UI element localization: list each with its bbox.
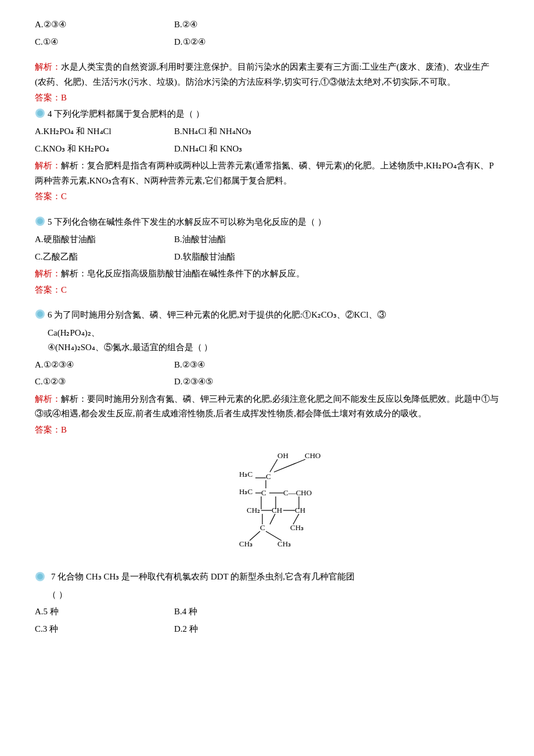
svg-text:CH₃: CH₃ (239, 539, 252, 548)
q6-jiexi-content: 解析：要同时施用分别含有氮、磷、钾三种元素的化肥,必须注意化肥之间不能发生反应以… (35, 394, 499, 419)
svg-text:OH: OH (277, 451, 288, 460)
q6-title-row: 6 为了同时施用分别含氮、磷、钾三种元素的化肥,对于提供的化肥:①K₂CO₃、②… (35, 308, 499, 323)
jiexi-label-1: 解析： (35, 62, 61, 71)
svg-text:CH: CH (295, 506, 305, 514)
q4-choice-c: C.KNO₃ 和 KH₂PO₄ (35, 142, 128, 157)
svg-point-5 (37, 311, 43, 317)
q6-daan: 答案：B (35, 423, 499, 438)
svg-point-3 (37, 218, 43, 224)
q6-icon (35, 309, 45, 319)
q7-choice-d: D.2 种 (174, 622, 267, 637)
q7-choices-row1: A.5 种 B.4 种 (35, 604, 499, 620)
svg-line-30 (270, 514, 275, 524)
q6-title-part3: ④(NH₄)₂SO₄、⑤氮水,最适宜的组合是（ ） (48, 340, 499, 355)
svg-line-34 (250, 531, 260, 541)
q4-choice-b: B.NH₄Cl 和 NH₄NO₃ (174, 124, 267, 139)
q4-choice-d: D.NH₄Cl 和 KNO₃ (174, 142, 267, 157)
q6-choices-row2: C.①②③ D.②③④⑤ (35, 375, 499, 390)
top-answer-choices: A.②③④ B.②④ C.①④ D.①②④ (35, 17, 499, 49)
svg-text:CHO: CHO (305, 451, 320, 460)
q7-icon (35, 571, 45, 582)
q5-choice-c: C.乙酸乙酯 (35, 250, 128, 265)
q5-choices-row2: C.乙酸乙酯 D.软脂酸甘油酯 (35, 250, 499, 265)
choice-d124: D.①②④ (174, 35, 267, 50)
choice-a23: A.②③④ (35, 17, 128, 33)
q5-daan: 答案：C (35, 283, 499, 298)
q7-subtitle: （ ） (48, 588, 499, 603)
q5-jiexi-content: 解析：皂化反应指高级脂肪酸甘油酯在碱性条件下的水解反应。 (61, 269, 305, 278)
q4-title: 4 下列化学肥料都属于复合肥料的是（ ） (48, 107, 499, 122)
q5-jiexi: 解析：解析：皂化反应指高级脂肪酸甘油酯在碱性条件下的水解反应。 (35, 267, 499, 282)
q7-choice-b: B.4 种 (174, 604, 267, 620)
q4-jiexi-label: 解析： (35, 161, 61, 170)
molecule-svg: OH CHO H₃C C H₃C C C—CHO CH₂ CH CH C (192, 448, 342, 564)
choice-c14: C.①④ (35, 35, 128, 50)
q6-title-part2: Ca(H₂PO₄)₂、 (48, 326, 499, 341)
q4-choices-row1: A.KH₂PO₄ 和 NH₄Cl B.NH₄Cl 和 NH₄NO₃ (35, 124, 499, 139)
svg-point-37 (37, 574, 43, 579)
q5-choice-d: D.软脂酸甘油酯 (174, 250, 267, 265)
svg-text:C: C (261, 488, 266, 497)
question-7: 7 化合物 CH₃ CH₃ 是一种取代有机氯农药 DDT 的新型杀虫剂,它含有几… (35, 570, 499, 636)
q7-choice-a: A.5 种 (35, 604, 128, 620)
q5-title-row: 5 下列化合物在碱性条件下发生的水解反应不可以称为皂化反应的是（ ） (35, 215, 499, 230)
q7-title-row: 7 化合物 CH₃ CH₃ 是一种取代有机氯农药 DDT 的新型杀虫剂,它含有几… (35, 570, 499, 585)
q6-daan-text: 答案：B (35, 425, 67, 434)
jiexi-1: 解析：水是人类宝贵的自然资源,利用时要注意保护。目前污染水的因素主要有三方面:工… (35, 60, 499, 89)
q6-jiexi: 解析：解析：要同时施用分别含有氮、磷、钾三种元素的化肥,必须注意化肥之间不能发生… (35, 392, 499, 422)
q6-choices-row1: A.①②③④ B.②③④ (35, 358, 499, 373)
q5-title: 5 下列化合物在碱性条件下发生的水解反应不可以称为皂化反应的是（ ） (48, 215, 499, 230)
q5-choice-b: B.油酸甘油酯 (174, 232, 267, 247)
svg-line-12 (274, 459, 305, 472)
daan-1: 答案：B (35, 91, 499, 106)
jiexi-content-1: 水是人类宝贵的自然资源,利用时要注意保护。目前污染水的因素主要有三方面:工业生产… (35, 62, 489, 87)
svg-text:C: C (260, 523, 265, 532)
svg-text:C: C (266, 472, 271, 481)
molecule-structure: OH CHO H₃C C H₃C C C—CHO CH₂ CH CH C (35, 448, 499, 564)
q6-choice-d: D.②③④⑤ (174, 375, 267, 390)
q5-jiexi-label: 解析： (35, 269, 61, 278)
q6-choice-a: A.①②③④ (35, 358, 128, 373)
svg-text:CH₂: CH₂ (247, 506, 260, 514)
q6-choice-c: C.①②③ (35, 375, 128, 390)
question-6: 6 为了同时施用分别含氮、磷、钾三种元素的化肥,对于提供的化肥:①K₂CO₃、②… (35, 308, 499, 437)
q5-daan-text: 答案：C (35, 285, 67, 294)
question-5: 5 下列化合物在碱性条件下发生的水解反应不可以称为皂化反应的是（ ） A.硬脂酸… (35, 215, 499, 298)
q4-choice-a: A.KH₂PO₄ 和 NH₄Cl (35, 124, 128, 139)
question-4: 4 下列化学肥料都属于复合肥料的是（ ） A.KH₂PO₄ 和 NH₄Cl B.… (35, 107, 499, 204)
q4-title-row: 4 下列化学肥料都属于复合肥料的是（ ） (35, 107, 499, 122)
q7-choices-row2: C.3 种 D.2 种 (35, 622, 499, 637)
q4-icon (35, 108, 45, 118)
choice-b24: B.②④ (174, 17, 267, 33)
q7-choice-c: C.3 种 (35, 622, 128, 637)
q6-jiexi-label: 解析： (35, 394, 61, 404)
q6-choice-b: B.②③④ (174, 358, 267, 373)
q5-choices-row1: A.硬脂酸甘油酯 B.油酸甘油酯 (35, 232, 499, 247)
svg-text:H₃C: H₃C (239, 487, 252, 496)
daan-label-1: 答案：B (35, 93, 67, 102)
svg-text:CH₃: CH₃ (290, 523, 304, 532)
q7-title: 7 化合物 CH₃ CH₃ 是一种取代有机氯农药 DDT 的新型杀虫剂,它含有几… (51, 570, 355, 585)
svg-point-1 (37, 110, 43, 116)
q6-title-part1: 6 为了同时施用分别含氮、磷、钾三种元素的化肥,对于提供的化肥:①K₂CO₃、②… (48, 308, 499, 323)
q4-jiexi-content: 解析：复合肥料是指含有两种或两种以上营养元素(通常指氮、磷、钾元素)的化肥。上述… (35, 161, 494, 185)
q4-daan-text: 答案：C (35, 192, 67, 201)
svg-text:H₃C: H₃C (239, 470, 252, 478)
q4-choices-row2: C.KNO₃ 和 KH₂PO₄ D.NH₄Cl 和 KNO₃ (35, 142, 499, 157)
svg-line-11 (270, 459, 277, 472)
q5-icon (35, 216, 45, 226)
svg-line-35 (266, 531, 282, 541)
svg-text:C—CHO: C—CHO (283, 488, 312, 497)
q5-choice-a: A.硬脂酸甘油酯 (35, 232, 128, 247)
svg-text:CH: CH (272, 506, 282, 514)
q4-daan: 答案：C (35, 189, 499, 204)
svg-text:CH₃: CH₃ (277, 539, 291, 548)
q4-jiexi: 解析：解析：复合肥料是指含有两种或两种以上营养元素(通常指氮、磷、钾元素)的化肥… (35, 159, 499, 188)
